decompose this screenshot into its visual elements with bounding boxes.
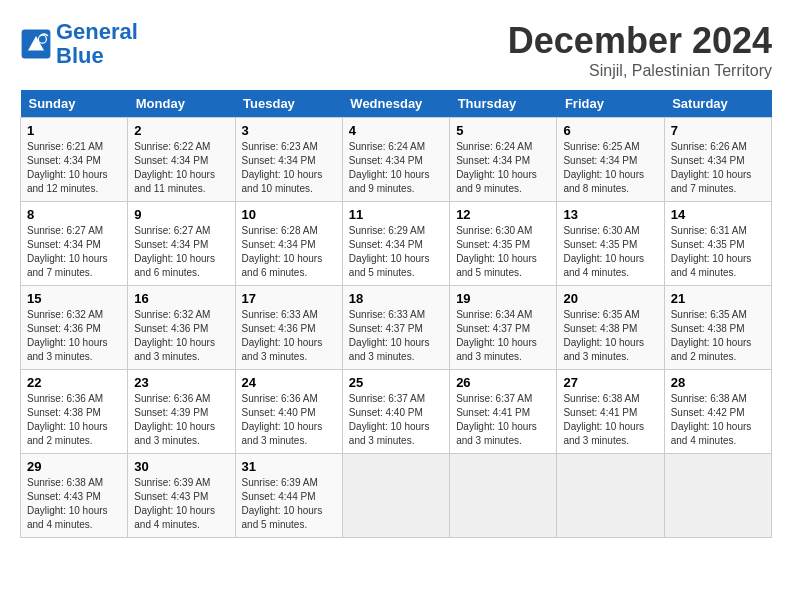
calendar-cell: 7 Sunrise: 6:26 AMSunset: 4:34 PMDayligh… xyxy=(664,118,771,202)
calendar-cell: 11 Sunrise: 6:29 AMSunset: 4:34 PMDaylig… xyxy=(342,202,449,286)
day-detail: Sunrise: 6:39 AMSunset: 4:44 PMDaylight:… xyxy=(242,477,323,530)
day-detail: Sunrise: 6:22 AMSunset: 4:34 PMDaylight:… xyxy=(134,141,215,194)
calendar-week-5: 29 Sunrise: 6:38 AMSunset: 4:43 PMDaylig… xyxy=(21,454,772,538)
day-detail: Sunrise: 6:37 AMSunset: 4:40 PMDaylight:… xyxy=(349,393,430,446)
calendar-cell: 30 Sunrise: 6:39 AMSunset: 4:43 PMDaylig… xyxy=(128,454,235,538)
calendar-cell: 13 Sunrise: 6:30 AMSunset: 4:35 PMDaylig… xyxy=(557,202,664,286)
calendar-cell: 12 Sunrise: 6:30 AMSunset: 4:35 PMDaylig… xyxy=(450,202,557,286)
calendar-cell: 8 Sunrise: 6:27 AMSunset: 4:34 PMDayligh… xyxy=(21,202,128,286)
calendar-cell xyxy=(450,454,557,538)
day-number: 30 xyxy=(134,459,228,474)
day-number: 5 xyxy=(456,123,550,138)
calendar-week-3: 15 Sunrise: 6:32 AMSunset: 4:36 PMDaylig… xyxy=(21,286,772,370)
day-detail: Sunrise: 6:31 AMSunset: 4:35 PMDaylight:… xyxy=(671,225,752,278)
day-detail: Sunrise: 6:21 AMSunset: 4:34 PMDaylight:… xyxy=(27,141,108,194)
month-title: December 2024 xyxy=(508,20,772,62)
calendar-week-4: 22 Sunrise: 6:36 AMSunset: 4:38 PMDaylig… xyxy=(21,370,772,454)
day-detail: Sunrise: 6:26 AMSunset: 4:34 PMDaylight:… xyxy=(671,141,752,194)
day-detail: Sunrise: 6:33 AMSunset: 4:36 PMDaylight:… xyxy=(242,309,323,362)
day-detail: Sunrise: 6:34 AMSunset: 4:37 PMDaylight:… xyxy=(456,309,537,362)
day-detail: Sunrise: 6:30 AMSunset: 4:35 PMDaylight:… xyxy=(456,225,537,278)
day-number: 27 xyxy=(563,375,657,390)
page-header: General Blue December 2024 Sinjil, Pales… xyxy=(20,20,772,80)
calendar-cell: 3 Sunrise: 6:23 AMSunset: 4:34 PMDayligh… xyxy=(235,118,342,202)
calendar-cell: 23 Sunrise: 6:36 AMSunset: 4:39 PMDaylig… xyxy=(128,370,235,454)
day-number: 21 xyxy=(671,291,765,306)
day-number: 24 xyxy=(242,375,336,390)
day-detail: Sunrise: 6:33 AMSunset: 4:37 PMDaylight:… xyxy=(349,309,430,362)
day-number: 7 xyxy=(671,123,765,138)
day-number: 28 xyxy=(671,375,765,390)
calendar-table: SundayMondayTuesdayWednesdayThursdayFrid… xyxy=(20,90,772,538)
day-header-sunday: Sunday xyxy=(21,90,128,118)
day-number: 23 xyxy=(134,375,228,390)
calendar-cell: 2 Sunrise: 6:22 AMSunset: 4:34 PMDayligh… xyxy=(128,118,235,202)
day-number: 9 xyxy=(134,207,228,222)
calendar-cell: 15 Sunrise: 6:32 AMSunset: 4:36 PMDaylig… xyxy=(21,286,128,370)
calendar-cell xyxy=(557,454,664,538)
logo-icon xyxy=(20,28,52,60)
calendar-cell: 24 Sunrise: 6:36 AMSunset: 4:40 PMDaylig… xyxy=(235,370,342,454)
calendar-cell: 9 Sunrise: 6:27 AMSunset: 4:34 PMDayligh… xyxy=(128,202,235,286)
calendar-cell: 25 Sunrise: 6:37 AMSunset: 4:40 PMDaylig… xyxy=(342,370,449,454)
calendar-cell: 10 Sunrise: 6:28 AMSunset: 4:34 PMDaylig… xyxy=(235,202,342,286)
svg-point-2 xyxy=(38,35,46,43)
day-number: 12 xyxy=(456,207,550,222)
day-detail: Sunrise: 6:39 AMSunset: 4:43 PMDaylight:… xyxy=(134,477,215,530)
day-detail: Sunrise: 6:38 AMSunset: 4:43 PMDaylight:… xyxy=(27,477,108,530)
day-detail: Sunrise: 6:24 AMSunset: 4:34 PMDaylight:… xyxy=(456,141,537,194)
day-detail: Sunrise: 6:38 AMSunset: 4:42 PMDaylight:… xyxy=(671,393,752,446)
calendar-cell: 1 Sunrise: 6:21 AMSunset: 4:34 PMDayligh… xyxy=(21,118,128,202)
day-detail: Sunrise: 6:36 AMSunset: 4:38 PMDaylight:… xyxy=(27,393,108,446)
calendar-cell xyxy=(664,454,771,538)
day-number: 17 xyxy=(242,291,336,306)
day-number: 3 xyxy=(242,123,336,138)
day-number: 13 xyxy=(563,207,657,222)
day-detail: Sunrise: 6:38 AMSunset: 4:41 PMDaylight:… xyxy=(563,393,644,446)
calendar-cell: 27 Sunrise: 6:38 AMSunset: 4:41 PMDaylig… xyxy=(557,370,664,454)
day-detail: Sunrise: 6:28 AMSunset: 4:34 PMDaylight:… xyxy=(242,225,323,278)
day-number: 18 xyxy=(349,291,443,306)
day-number: 26 xyxy=(456,375,550,390)
logo: General Blue xyxy=(20,20,138,68)
calendar-cell: 5 Sunrise: 6:24 AMSunset: 4:34 PMDayligh… xyxy=(450,118,557,202)
calendar-cell: 28 Sunrise: 6:38 AMSunset: 4:42 PMDaylig… xyxy=(664,370,771,454)
location-subtitle: Sinjil, Palestinian Territory xyxy=(508,62,772,80)
day-header-thursday: Thursday xyxy=(450,90,557,118)
day-header-friday: Friday xyxy=(557,90,664,118)
calendar-cell: 18 Sunrise: 6:33 AMSunset: 4:37 PMDaylig… xyxy=(342,286,449,370)
day-detail: Sunrise: 6:25 AMSunset: 4:34 PMDaylight:… xyxy=(563,141,644,194)
calendar-week-1: 1 Sunrise: 6:21 AMSunset: 4:34 PMDayligh… xyxy=(21,118,772,202)
day-header-monday: Monday xyxy=(128,90,235,118)
day-number: 22 xyxy=(27,375,121,390)
day-number: 20 xyxy=(563,291,657,306)
calendar-header-row: SundayMondayTuesdayWednesdayThursdayFrid… xyxy=(21,90,772,118)
calendar-cell: 6 Sunrise: 6:25 AMSunset: 4:34 PMDayligh… xyxy=(557,118,664,202)
day-number: 4 xyxy=(349,123,443,138)
day-number: 10 xyxy=(242,207,336,222)
calendar-cell: 22 Sunrise: 6:36 AMSunset: 4:38 PMDaylig… xyxy=(21,370,128,454)
day-header-saturday: Saturday xyxy=(664,90,771,118)
day-number: 19 xyxy=(456,291,550,306)
day-detail: Sunrise: 6:35 AMSunset: 4:38 PMDaylight:… xyxy=(563,309,644,362)
calendar-cell: 4 Sunrise: 6:24 AMSunset: 4:34 PMDayligh… xyxy=(342,118,449,202)
calendar-cell: 17 Sunrise: 6:33 AMSunset: 4:36 PMDaylig… xyxy=(235,286,342,370)
day-detail: Sunrise: 6:32 AMSunset: 4:36 PMDaylight:… xyxy=(134,309,215,362)
day-number: 11 xyxy=(349,207,443,222)
day-detail: Sunrise: 6:24 AMSunset: 4:34 PMDaylight:… xyxy=(349,141,430,194)
day-number: 29 xyxy=(27,459,121,474)
day-detail: Sunrise: 6:36 AMSunset: 4:40 PMDaylight:… xyxy=(242,393,323,446)
day-detail: Sunrise: 6:36 AMSunset: 4:39 PMDaylight:… xyxy=(134,393,215,446)
day-detail: Sunrise: 6:27 AMSunset: 4:34 PMDaylight:… xyxy=(134,225,215,278)
day-detail: Sunrise: 6:29 AMSunset: 4:34 PMDaylight:… xyxy=(349,225,430,278)
day-header-wednesday: Wednesday xyxy=(342,90,449,118)
calendar-cell xyxy=(342,454,449,538)
logo-text: General Blue xyxy=(56,20,138,68)
day-number: 16 xyxy=(134,291,228,306)
calendar-cell: 21 Sunrise: 6:35 AMSunset: 4:38 PMDaylig… xyxy=(664,286,771,370)
day-number: 8 xyxy=(27,207,121,222)
day-number: 31 xyxy=(242,459,336,474)
calendar-cell: 16 Sunrise: 6:32 AMSunset: 4:36 PMDaylig… xyxy=(128,286,235,370)
calendar-cell: 26 Sunrise: 6:37 AMSunset: 4:41 PMDaylig… xyxy=(450,370,557,454)
day-detail: Sunrise: 6:30 AMSunset: 4:35 PMDaylight:… xyxy=(563,225,644,278)
